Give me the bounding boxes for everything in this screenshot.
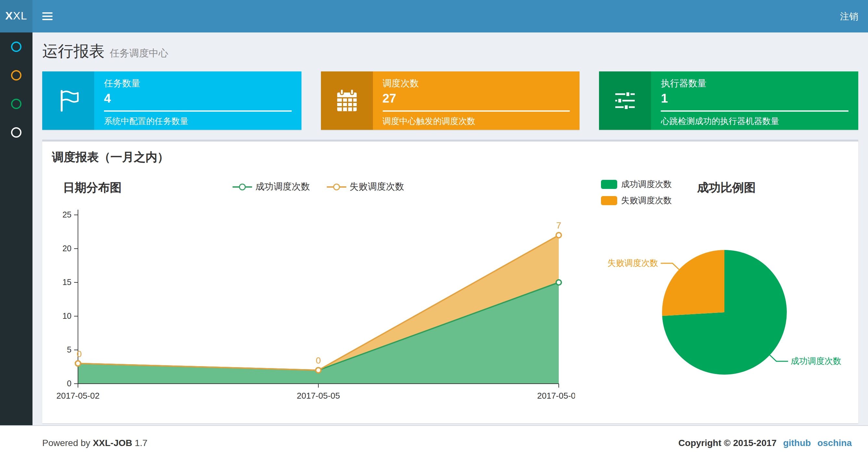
legend-label: 失败调度次数 bbox=[349, 181, 404, 193]
pie-slice-label: 失败调度次数 bbox=[608, 258, 658, 268]
line-chart-legend: 成功调度次数失败调度次数 bbox=[49, 181, 588, 193]
point-value-label: 0 bbox=[77, 349, 82, 359]
divider bbox=[104, 110, 291, 112]
legend-label: 成功调度次数 bbox=[255, 181, 310, 193]
stat-box-executor-count: 执行器数量 1 心跳检测成功的执行器机器数量 bbox=[599, 71, 858, 130]
success-ratio-chart: 成功调度次数失败调度次数 成功比例图 成功调度次数失败调度次数 bbox=[588, 176, 852, 417]
legend-swatch bbox=[601, 180, 617, 189]
y-tick-label: 15 bbox=[62, 277, 71, 287]
stat-body: 调度次数 27 调度中心触发的调度次数 bbox=[373, 71, 580, 130]
calendar-icon bbox=[321, 71, 373, 130]
product-version: 1.7 bbox=[135, 437, 148, 448]
fail-point bbox=[556, 232, 561, 238]
date-distribution-chart: 日期分布图 成功调度次数失败调度次数 05101520252017-05-022… bbox=[49, 176, 588, 417]
navbar-right: 注销 bbox=[830, 0, 868, 32]
point-value-label: 0 bbox=[316, 356, 321, 365]
sliders-icon bbox=[599, 71, 651, 130]
circle-icon bbox=[11, 70, 22, 80]
stat-description: 调度中心触发的调度次数 bbox=[382, 116, 570, 127]
divider bbox=[382, 110, 570, 112]
legend-item[interactable]: 失败调度次数 bbox=[601, 195, 672, 206]
x-tick-label: 2017-05-08 bbox=[537, 391, 575, 400]
circle-icon bbox=[11, 127, 22, 138]
stat-body: 任务数量 4 系统中配置的任务数量 bbox=[94, 71, 301, 130]
panel-body: 日期分布图 成功调度次数失败调度次数 05101520252017-05-022… bbox=[42, 173, 858, 423]
divider bbox=[661, 110, 848, 112]
sidebar-toggle-button[interactable] bbox=[32, 0, 62, 32]
flag-icon bbox=[42, 71, 94, 130]
legend-swatch bbox=[601, 196, 617, 205]
footer-right: Copyright © 2015-2017 github oschina bbox=[678, 437, 852, 448]
y-tick-label: 25 bbox=[62, 210, 71, 219]
legend-item[interactable]: 成功调度次数 bbox=[232, 181, 310, 193]
pie-chart-title: 成功比例图 bbox=[697, 180, 755, 195]
stat-value: 27 bbox=[382, 92, 570, 106]
hamburger-icon bbox=[42, 12, 52, 13]
point-value-label: 7 bbox=[556, 221, 561, 230]
y-tick-label: 5 bbox=[67, 345, 71, 354]
logout-link[interactable]: 注销 bbox=[830, 0, 868, 32]
pie-chart-legend: 成功调度次数失败调度次数 bbox=[601, 178, 672, 206]
y-tick-label: 20 bbox=[62, 244, 71, 253]
top-navbar: XXL 注销 bbox=[0, 0, 868, 32]
sidebar-item-1[interactable] bbox=[0, 32, 32, 61]
page-subtitle: 任务调度中心 bbox=[110, 47, 168, 59]
product-name: XXL-JOB bbox=[93, 437, 132, 448]
panel-title: 调度报表（一月之内） bbox=[42, 141, 858, 173]
main-content: 运行报表任务调度中心 任务数量 4 系统中配置的任务数量 bbox=[32, 32, 868, 425]
stat-description: 系统中配置的任务数量 bbox=[104, 116, 291, 127]
stat-title: 执行器数量 bbox=[661, 78, 848, 90]
powered-by: Powered by XXL-JOB 1.7 bbox=[42, 437, 148, 448]
legend-item[interactable]: 成功调度次数 bbox=[601, 178, 672, 190]
stat-value: 4 bbox=[104, 92, 291, 106]
page-title: 运行报表任务调度中心 bbox=[42, 41, 858, 62]
stat-title: 任务数量 bbox=[104, 78, 291, 90]
stat-box-job-count: 任务数量 4 系统中配置的任务数量 bbox=[42, 71, 301, 130]
stat-description: 心跳检测成功的执行器机器数量 bbox=[661, 116, 848, 127]
copyright: Copyright © 2015-2017 bbox=[678, 437, 776, 448]
pie-chart-canvas[interactable]: 成功调度次数失败调度次数 bbox=[594, 208, 855, 423]
fail-point bbox=[316, 367, 321, 373]
pie-label-line bbox=[770, 355, 788, 361]
legend-label: 成功调度次数 bbox=[621, 178, 672, 190]
stat-body: 执行器数量 1 心跳检测成功的执行器机器数量 bbox=[651, 71, 858, 130]
circle-icon bbox=[11, 99, 22, 109]
logo-text-bold: X bbox=[5, 10, 13, 23]
x-tick-label: 2017-05-05 bbox=[297, 391, 340, 400]
xxl-job-dashboard: XXL 注销 运行报表任务调度中心 bbox=[0, 0, 868, 459]
y-tick-label: 0 bbox=[67, 379, 71, 388]
sidebar-item-2[interactable] bbox=[0, 61, 32, 90]
sidebar-item-3[interactable] bbox=[0, 90, 32, 118]
oschina-link[interactable]: oschina bbox=[817, 437, 852, 448]
legend-item[interactable]: 失败调度次数 bbox=[327, 181, 404, 193]
y-tick-label: 10 bbox=[62, 311, 71, 320]
circle-icon bbox=[11, 41, 22, 52]
pie-slice-label: 成功调度次数 bbox=[791, 356, 841, 366]
success-point bbox=[556, 280, 561, 285]
stat-title: 调度次数 bbox=[382, 78, 570, 90]
x-tick-label: 2017-05-02 bbox=[57, 391, 100, 400]
stat-value: 1 bbox=[661, 92, 848, 106]
pie-slice bbox=[662, 250, 724, 316]
legend-label: 失败调度次数 bbox=[621, 195, 672, 206]
sidebar-menu bbox=[0, 32, 32, 425]
app-logo[interactable]: XXL bbox=[0, 0, 32, 32]
content-header: 运行报表任务调度中心 bbox=[32, 32, 868, 62]
area-chart-canvas[interactable]: 05101520252017-05-022017-05-052017-05-08… bbox=[49, 201, 575, 413]
stat-box-trigger-count: 调度次数 27 调度中心触发的调度次数 bbox=[321, 71, 580, 130]
report-panel: 调度报表（一月之内） 日期分布图 成功调度次数失败调度次数 0510152025… bbox=[42, 139, 858, 423]
pie-label-line bbox=[661, 263, 679, 269]
footer: Powered by XXL-JOB 1.7 Copyright © 2015-… bbox=[0, 425, 868, 459]
stat-row: 任务数量 4 系统中配置的任务数量 调度次数 2 bbox=[32, 62, 868, 139]
logo-text: XL bbox=[13, 10, 27, 23]
fail-point bbox=[75, 361, 81, 366]
sidebar-item-4[interactable] bbox=[0, 118, 32, 147]
github-link[interactable]: github bbox=[783, 437, 811, 448]
